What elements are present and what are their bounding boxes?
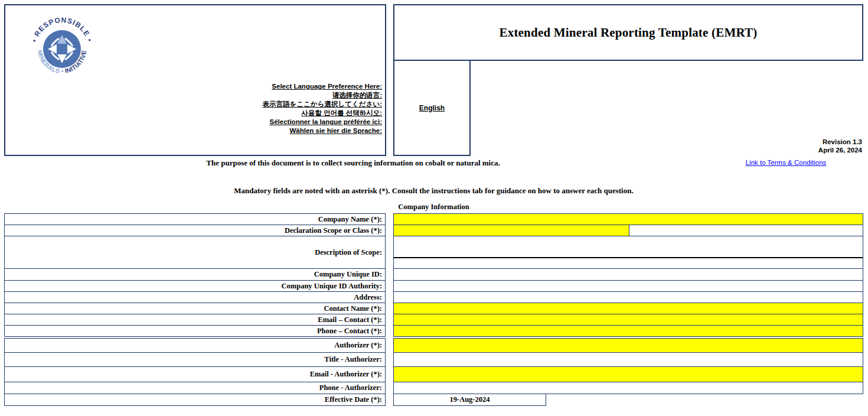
language-label-fr: Sélectionner la langue préférée ici: [263, 118, 382, 126]
effective-date-field[interactable]: 19-Aug-2024 [393, 394, 546, 406]
terms-link-container: Link to Terms & Conditions [730, 159, 842, 166]
description-of-scope-input-area[interactable] [394, 236, 863, 258]
field-label-company-unique-id: Company Unique ID: [4, 268, 386, 281]
declaration-scope-field[interactable] [394, 225, 629, 236]
page-title: Extended Mineral Reporting Template (EMR… [500, 25, 758, 40]
emrt-declaration-sheet: • RESPONSIBLE • MINERALS • INITIATIVE Se… [0, 0, 868, 416]
revision-date: April 26, 2024 [818, 146, 862, 154]
selected-language[interactable]: English [419, 104, 445, 112]
language-label-en: Select Language Preference Here: [263, 82, 382, 91]
email-authorizer-field[interactable] [393, 366, 863, 382]
field-label-company-unique-id-authority: Company Unique ID Authority: [4, 280, 386, 292]
company-unique-id-field[interactable] [393, 268, 863, 281]
field-label-title-authorizer: Title - Authorizer: [4, 352, 386, 367]
description-of-scope-field[interactable] [393, 236, 863, 269]
field-label-email-contact: Email – Contact (*): [4, 314, 386, 326]
field-label-declaration-scope: Declaration Scope or Class (*): [4, 225, 386, 236]
field-label-authorizer: Authorizer (*): [4, 338, 386, 353]
field-label-company-name: Company Name (*): [4, 213, 386, 225]
field-label-address: Address: [4, 291, 386, 303]
phone-authorizer-field[interactable] [393, 382, 863, 394]
revision-number: Revision 1.3 [818, 138, 862, 146]
logo-language-panel: • RESPONSIBLE • MINERALS • INITIATIVE Se… [4, 4, 386, 156]
language-label-ko: 사용할 언어를 선택하시오: [263, 109, 382, 118]
language-preference-labels: Select Language Preference Here: 请选择你的语言… [263, 82, 382, 135]
authorizer-field[interactable] [393, 338, 863, 353]
language-label-de: Wählen sie hier die Sprache: [263, 126, 382, 135]
field-label-description-of-scope: Description of Scope: [4, 236, 386, 269]
language-select-cell[interactable]: English [393, 60, 471, 156]
rmi-logo: • RESPONSIBLE • MINERALS • INITIATIVE [29, 16, 95, 82]
company-name-field[interactable] [393, 213, 863, 225]
mandatory-fields-note: Mandatory fields are noted with an aster… [4, 186, 863, 196]
section-title-company-information: Company Information [4, 203, 863, 212]
declaration-scope-field-row [393, 225, 863, 236]
revision-info: Revision 1.3 April 26, 2024 [818, 138, 862, 154]
template-title-panel: Extended Mineral Reporting Template (EMR… [393, 4, 863, 61]
language-label-ja: 表示言語をここから選択してください: [263, 100, 382, 109]
company-unique-id-authority-field[interactable] [393, 280, 863, 292]
phone-contact-field[interactable] [393, 325, 863, 337]
field-label-effective-date: Effective Date (*): [4, 394, 386, 406]
contact-name-field[interactable] [393, 303, 863, 314]
title-authorizer-field[interactable] [393, 352, 863, 367]
field-label-email-authorizer: Email - Authorizer (*): [4, 366, 386, 382]
terms-and-conditions-link[interactable]: Link to Terms & Conditions [746, 159, 827, 166]
address-field[interactable] [393, 291, 863, 303]
field-label-contact-name: Contact Name (*): [4, 303, 386, 314]
language-label-zh: 请选择你的语言: [263, 91, 382, 100]
field-label-phone-authorizer: Phone - Authorizer: [4, 382, 386, 394]
purpose-statement: The purpose of this document is to colle… [0, 158, 706, 168]
field-label-phone-contact: Phone – Contact (*): [4, 325, 386, 337]
email-contact-field[interactable] [393, 314, 863, 326]
